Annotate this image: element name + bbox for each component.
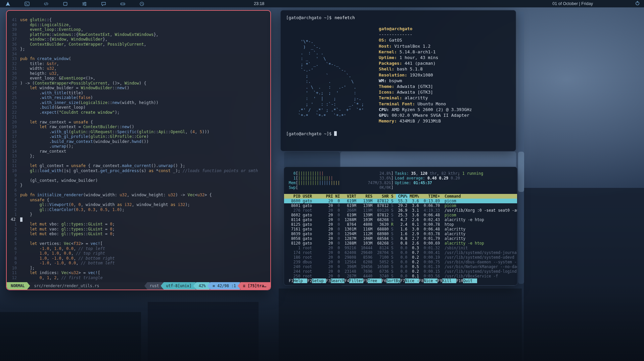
process-row[interactable]: 276 root 20 0 266M 119M 69120 S 26.9 3.1…: [284, 208, 517, 213]
code-line: 11 let gl_context = unsafe { raw_context…: [10, 163, 268, 168]
fkey-f2[interactable]: F2Setup: [307, 278, 326, 283]
line-number: 2: [10, 207, 20, 212]
neofetch-info-line: Uptime: 1 hour, 43 mins: [379, 55, 472, 60]
code-line: 8 (gl_context, window_builder): [10, 178, 268, 183]
process-row[interactable]: 186 root 20 0 29808 8596 7100 S 0.0 0.2 …: [284, 255, 517, 260]
chat-icon[interactable]: [101, 1, 106, 6]
line-number: 24: [10, 100, 20, 105]
code-line: 2 let mut vao: gl::types::GLuint = 0;: [10, 227, 268, 232]
line-number: 30: [10, 71, 20, 76]
line-number: 26: [10, 91, 20, 96]
code-text: gl::ClearColor(0.3, 0.3, 0.5, 1.0);: [20, 207, 125, 212]
neofetch-info-line: Packages: 441 (pacman): [379, 60, 472, 66]
line-number: 28: [10, 81, 20, 86]
process-row[interactable]: 8114 gato 20 0 1288M 103M 68268 S 4.7 2.…: [284, 217, 517, 222]
code-text: let gl_context = unsafe { raw_context.ma…: [20, 163, 185, 168]
code-line: 39 event_loop::EventLoop,: [10, 27, 268, 32]
background-window[interactable]: [518, 152, 524, 192]
code-text: .build(&event_loop): [20, 105, 86, 110]
statusline-segment: 42%: [193, 282, 210, 290]
process-row[interactable]: 1 root 20 0 99216 10444 8124 S 0.0 0.3 0…: [284, 246, 517, 250]
code-text: window::{Window, WindowBuilder},: [20, 37, 107, 42]
process-row[interactable]: 250 root 20 0 287M 4440 3740 S 0.0 0.1 0…: [284, 274, 517, 278]
window-icon[interactable]: [63, 1, 68, 6]
process-row[interactable]: 240 root 20 0 396M 19456 16580 S 0.0 0.5…: [284, 264, 517, 269]
code-text: ];: [20, 266, 35, 271]
process-row[interactable]: 8125 gato 20 0 8764 4808 3620 R 2.4 0.1 …: [284, 222, 517, 227]
statusline-spacer: [99, 282, 146, 290]
code-line: 24 .with_inner_size(LogicalSize::new(wid…: [10, 100, 268, 105]
code-line: 34: [10, 52, 268, 57]
process-row[interactable]: 8039 gato 20 0 1294M 112M 68980 S 1.6 2.…: [284, 231, 517, 236]
code-line: 18 .with_gl(glutin::GlRequest::Specific(…: [10, 130, 268, 135]
fkey-f8[interactable]: F8Nice +: [419, 278, 438, 283]
process-row[interactable]: 7161 gato 20 0 1301M 116M 68880 S 1.6 3.…: [284, 227, 517, 231]
line-number: 12: [10, 275, 20, 280]
editor-window[interactable]: 41use glutin::{40 dpi::LogicalSize,39 ev…: [6, 10, 271, 290]
arch-icon[interactable]: [5, 1, 10, 6]
code-line: 5pub fn initialize_renderer(window_width…: [10, 193, 268, 198]
htop-header-row[interactable]: PID USER PRI NI VIRT RES SHR S CPU% MEM%…: [284, 194, 517, 199]
clock-icon[interactable]: [139, 1, 144, 6]
line-number: 9: [10, 173, 20, 178]
code-line: 32 title: &str,: [10, 61, 268, 66]
sliders-icon[interactable]: [82, 1, 87, 6]
process-row[interactable]: 8120 gato 20 0 1288M 103M 68268 S 0.8 2.…: [284, 241, 517, 246]
code-line: 35};: [10, 47, 268, 52]
line-number: 22: [10, 110, 20, 115]
code-line: 10 ];: [10, 266, 268, 271]
line-number: 7: [10, 183, 20, 188]
code-line: 9 -1.0, -1.0, 0.0, // bottom left: [10, 261, 268, 266]
shell-prompt: [gato@archgato ~]$: [286, 15, 331, 20]
process-row[interactable]: 174 root 20 0 62408 29640 28704 S 0.0 0.…: [284, 250, 517, 255]
line-number: 42: [10, 217, 20, 222]
code-area[interactable]: 41use glutin::{40 dpi::LogicalSize,39 ev…: [7, 11, 270, 282]
code-line: 21: [10, 115, 268, 120]
power-icon[interactable]: [635, 1, 640, 7]
code-line: 29 event_loop: &EventLoop<()>,: [10, 76, 268, 81]
code-text: 0, 1, 2, // first triangle: [20, 275, 103, 280]
terminal-icon[interactable]: [25, 1, 30, 6]
clock-label: 23:18: [254, 0, 264, 7]
line-number: 14: [10, 149, 20, 154]
code-text: 1.0, 1.0, 0.0, // top right: [20, 251, 105, 256]
htop-terminal[interactable]: 0[||||||||||| 24.8%] 1[||||||||||||||| 3…: [284, 167, 517, 286]
fkey-f3[interactable]: F3Search: [326, 278, 344, 283]
fkey-f1[interactable]: F1Help: [289, 278, 307, 283]
code-line: 26 .with_title(title): [10, 91, 268, 96]
code-text: let indices: Vec<u32> = vec![: [20, 270, 100, 275]
process-row[interactable]: 8058 gato 20 0 1287M 106M 68584 S 0.8 2.…: [284, 236, 517, 241]
command-text: neofetch: [334, 15, 355, 20]
line-number: 4: [10, 237, 20, 242]
code-text: heigth: u32,: [20, 71, 59, 76]
fkey-f10[interactable]: F10Quit: [456, 278, 477, 283]
fkey-f7[interactable]: F7Nice -: [400, 278, 419, 283]
process-row[interactable]: 8600 gato 20 0 619M 139M 87812 S 55.3 3.…: [284, 199, 517, 203]
process-row[interactable]: 8601 gato 20 0 619M 139M 87812 S 29.2 3.…: [284, 203, 517, 208]
line-number: 41: [10, 17, 20, 22]
summary-line: Load average: 0.48 0.29 0.20: [395, 176, 483, 180]
neofetch-info-line: CPU: AMD Ryzen 5 2600 (2) @ 3.393GHz: [379, 107, 472, 112]
fkey-f5[interactable]: F5Tree: [363, 278, 382, 283]
code-text: .with_title(title): [20, 91, 83, 96]
code-line: 13 };: [10, 154, 268, 159]
code-line: 23 .build(&event_loop): [10, 105, 268, 110]
line-number: 16: [10, 139, 20, 144]
code-line: 33pub fn create_window(: [10, 56, 268, 61]
topbar-left-icons: [0, 1, 144, 6]
fkey-f6[interactable]: F6SortBy: [382, 278, 400, 283]
process-row[interactable]: 244 root 20 0 23148 7696 6736 S 0.0 0.2 …: [284, 269, 517, 274]
fkey-f4[interactable]: F4Filter: [344, 278, 363, 283]
background-window[interactable]: [518, 11, 524, 284]
fkey-f9[interactable]: F9Kill: [438, 278, 456, 283]
neofetch-info-line: Terminal Font: Ubuntu Mono: [379, 101, 472, 107]
line-number: 6: [10, 246, 20, 251]
gamepad-icon[interactable]: [120, 1, 125, 6]
code-line: 4 unsafe {: [10, 198, 268, 203]
process-row[interactable]: 8602 gato 20 0 619M 139M 87812 S 25.3 3.…: [284, 213, 517, 217]
process-row[interactable]: 239 dbus 20 0 12564 6208 5052 S 0.0 0.2 …: [284, 260, 517, 264]
line-number: 13: [10, 154, 20, 159]
code-icon[interactable]: [44, 1, 49, 6]
neofetch-info-line: Terminal: alacritty: [379, 95, 472, 101]
neofetch-terminal[interactable]: [gato@archgato ~]$neofetch '\*-. ) _`-. …: [280, 10, 516, 151]
